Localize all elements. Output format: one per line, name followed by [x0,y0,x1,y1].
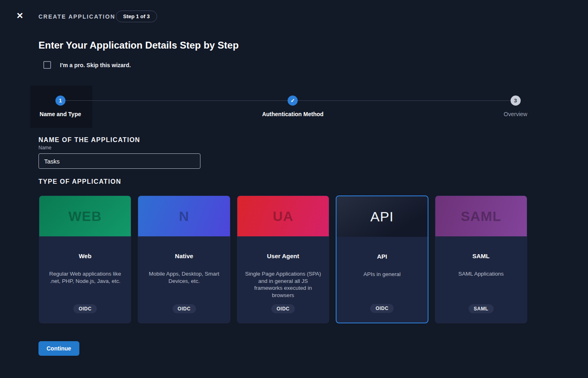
card-web-title: Web [79,253,91,259]
page-title: Enter Your Application Details Step by S… [38,40,588,51]
card-web-watermark: WEB [68,208,102,224]
card-native-body: Native Mobile Apps, Desktop, Smart Devic… [138,236,230,323]
wizard-stepper: 1 Name and Type ✓ Authentication Method … [0,86,588,128]
step-progress-badge: Step 1 of 3 [116,11,157,22]
name-field-label: Name [38,145,51,151]
application-type-cards: WEB Web Regular Web applications like .n… [39,195,527,323]
card-api-title: API [377,253,387,260]
card-web[interactable]: WEB Web Regular Web applications like .n… [39,195,131,323]
step-3-label: Overview [504,111,527,117]
skip-wizard-checkbox[interactable] [43,61,51,69]
name-section-title: NAME OF THE APPLICATION [38,136,588,144]
card-api-watermark: API [370,209,394,225]
wizard-topbar: ✕ CREATE APPLICATION Step 1 of 3 [0,0,588,23]
card-native-title: Native [175,253,193,259]
card-web-description: Regular Web applications like .net, PHP,… [47,270,124,285]
card-native[interactable]: N Native Mobile Apps, Desktop, Smart Dev… [138,195,230,323]
card-native-description: Mobile Apps, Desktop, Smart Devices, etc… [145,270,222,285]
card-saml-body: SAML SAML Applications SAML [435,236,527,323]
stepper-step-name-and-type[interactable]: 1 Name and Type [40,96,81,117]
step-1-indicator: 1 [55,96,66,106]
stepper-step-authentication-method[interactable]: ✓ Authentication Method [262,96,324,117]
card-web-header: WEB [39,196,131,236]
card-user-agent-header: UA [237,196,329,236]
stepper-step-overview[interactable]: 3 Overview [504,96,527,117]
card-native-watermark: N [179,208,190,224]
step-1-label: Name and Type [40,111,81,117]
card-user-agent-protocol-badge: OIDC [271,304,295,313]
card-saml-protocol-badge: SAML [469,304,494,313]
close-icon[interactable]: ✕ [15,11,25,21]
step-3-indicator: 3 [510,96,520,106]
card-native-protocol-badge: OIDC [173,304,196,313]
card-saml-watermark: SAML [461,208,501,224]
card-saml-description: SAML Applications [458,270,504,278]
card-web-body: Web Regular Web applications like .net, … [39,236,131,323]
card-saml[interactable]: SAML SAML SAML Applications SAML [435,195,527,323]
card-web-protocol-badge: OIDC [73,304,97,313]
type-section-title: TYPE OF APPLICATION [38,178,588,185]
skip-wizard-row: I'm a pro. Skip this wizard. [43,61,588,69]
card-user-agent-description: Single Page Applications (SPA) and in ge… [245,270,322,299]
application-name-input[interactable] [38,153,200,169]
card-api-description: APIs in general [364,271,401,278]
step-2-check-icon: ✓ [288,96,298,106]
card-user-agent-body: User Agent Single Page Applications (SPA… [237,236,329,323]
card-saml-header: SAML [435,196,527,236]
card-user-agent-title: User Agent [267,253,299,259]
card-api-protocol-badge: OIDC [370,304,394,313]
skip-wizard-label[interactable]: I'm a pro. Skip this wizard. [60,62,131,68]
step-2-label: Authentication Method [262,111,324,117]
card-native-header: N [138,196,230,236]
card-api-body: API APIs in general OIDC [337,237,427,323]
card-api-header: API [337,196,427,237]
card-user-agent[interactable]: UA User Agent Single Page Applications (… [237,195,329,323]
continue-button[interactable]: Continue [38,341,79,356]
card-saml-title: SAML [473,253,490,259]
card-api[interactable]: API API APIs in general OIDC [336,195,428,323]
wizard-title: CREATE APPLICATION [38,13,115,20]
card-user-agent-watermark: UA [273,208,293,224]
